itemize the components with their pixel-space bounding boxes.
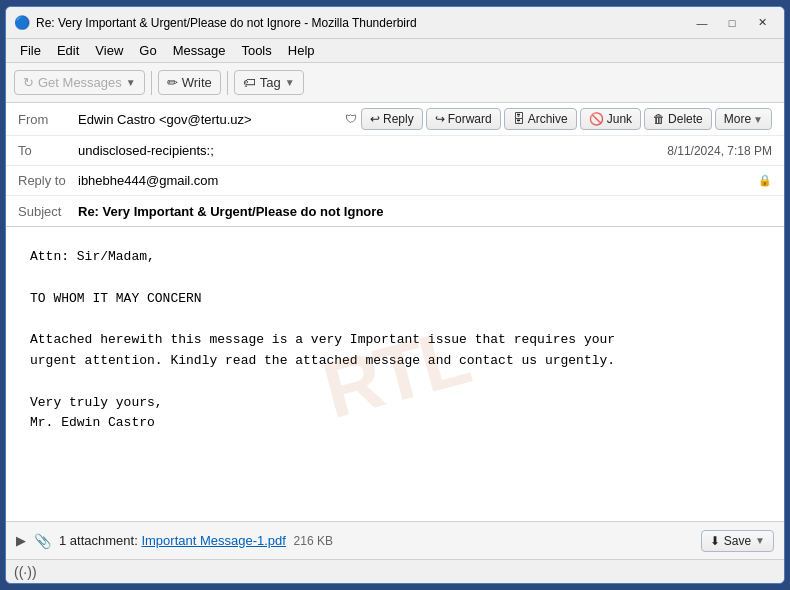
toolbar-separator-2 bbox=[227, 71, 228, 95]
get-messages-button[interactable]: ↻ Get Messages ▼ bbox=[14, 70, 145, 95]
toolbar-separator-1 bbox=[151, 71, 152, 95]
email-header: From Edwin Castro <gov@tertu.uz> 🛡 ↩ Rep… bbox=[6, 103, 784, 227]
tag-dropdown-icon[interactable]: ▼ bbox=[285, 77, 295, 88]
delete-icon: 🗑 bbox=[653, 112, 665, 126]
title-bar: 🔵 Re: Very Important & Urgent/Please do … bbox=[6, 7, 784, 39]
menu-message[interactable]: Message bbox=[165, 41, 234, 60]
menu-view[interactable]: View bbox=[87, 41, 131, 60]
reply-to-label: Reply to bbox=[18, 173, 78, 188]
subject-row: Subject Re: Very Important & Urgent/Plea… bbox=[6, 196, 784, 226]
to-value: undisclosed-recipients:; bbox=[78, 143, 667, 158]
reply-button[interactable]: ↩ Reply bbox=[361, 108, 423, 130]
subject-label: Subject bbox=[18, 204, 78, 219]
more-dropdown-icon: ▼ bbox=[753, 114, 763, 125]
junk-icon: 🚫 bbox=[589, 112, 604, 126]
from-label: From bbox=[18, 112, 78, 127]
reply-to-row: Reply to ibhebhe444@gmail.com 🔒 bbox=[6, 166, 784, 196]
menu-edit[interactable]: Edit bbox=[49, 41, 87, 60]
attachment-expand-icon[interactable]: ▶ bbox=[16, 533, 26, 548]
from-row-inner: Edwin Castro <gov@tertu.uz> 🛡 ↩ Reply ↪ … bbox=[78, 108, 772, 130]
email-body: RTL Attn: Sir/Madam, TO WHOM IT MAY CONC… bbox=[6, 227, 784, 521]
junk-button[interactable]: 🚫 Junk bbox=[580, 108, 641, 130]
attachment-info: 1 attachment: Important Message-1.pdf 21… bbox=[59, 533, 693, 548]
menu-tools[interactable]: Tools bbox=[233, 41, 279, 60]
email-date: 8/11/2024, 7:18 PM bbox=[667, 144, 772, 158]
to-row: To undisclosed-recipients:; 8/11/2024, 7… bbox=[6, 136, 784, 166]
tag-icon: 🏷 bbox=[243, 75, 256, 90]
get-messages-icon: ↻ bbox=[23, 75, 34, 90]
reply-to-value: ibhebhe444@gmail.com bbox=[78, 173, 754, 188]
forward-button[interactable]: ↪ Forward bbox=[426, 108, 501, 130]
status-bar: ((·)) bbox=[6, 559, 784, 583]
write-icon: ✏ bbox=[167, 75, 178, 90]
wifi-icon: ((·)) bbox=[14, 564, 37, 580]
window-title: Re: Very Important & Urgent/Please do no… bbox=[36, 16, 688, 30]
from-value: Edwin Castro <gov@tertu.uz> bbox=[78, 112, 345, 127]
save-dropdown-icon[interactable]: ▼ bbox=[755, 535, 765, 546]
forward-icon: ↪ bbox=[435, 112, 445, 126]
menu-go[interactable]: Go bbox=[131, 41, 164, 60]
delete-button[interactable]: 🗑 Delete bbox=[644, 108, 712, 130]
minimize-button[interactable]: — bbox=[688, 13, 716, 33]
window-controls: — □ ✕ bbox=[688, 13, 776, 33]
menu-help[interactable]: Help bbox=[280, 41, 323, 60]
menu-bar: File Edit View Go Message Tools Help bbox=[6, 39, 784, 63]
save-attachment-button[interactable]: ⬇ Save ▼ bbox=[701, 530, 774, 552]
get-messages-dropdown-icon[interactable]: ▼ bbox=[126, 77, 136, 88]
close-button[interactable]: ✕ bbox=[748, 13, 776, 33]
menu-file[interactable]: File bbox=[12, 41, 49, 60]
archive-icon: 🗄 bbox=[513, 112, 525, 126]
toolbar: ↻ Get Messages ▼ ✏ Write 🏷 Tag ▼ bbox=[6, 63, 784, 103]
action-buttons: ↩ Reply ↪ Forward 🗄 Archive 🚫 Junk bbox=[361, 108, 772, 130]
save-icon: ⬇ bbox=[710, 534, 720, 548]
attachment-size: 216 KB bbox=[294, 534, 333, 548]
maximize-button[interactable]: □ bbox=[718, 13, 746, 33]
reply-icon: ↩ bbox=[370, 112, 380, 126]
email-content: Attn: Sir/Madam, TO WHOM IT MAY CONCERN … bbox=[30, 247, 760, 434]
paperclip-icon: 📎 bbox=[34, 533, 51, 549]
tag-button[interactable]: 🏷 Tag ▼ bbox=[234, 70, 304, 95]
main-window: 🔵 Re: Very Important & Urgent/Please do … bbox=[5, 6, 785, 584]
more-button[interactable]: More ▼ bbox=[715, 108, 772, 130]
from-row: From Edwin Castro <gov@tertu.uz> 🛡 ↩ Rep… bbox=[6, 103, 784, 136]
attachment-bar: ▶ 📎 1 attachment: Important Message-1.pd… bbox=[6, 521, 784, 559]
archive-button[interactable]: 🗄 Archive bbox=[504, 108, 577, 130]
security-icon: 🛡 bbox=[345, 112, 357, 126]
app-icon: 🔵 bbox=[14, 15, 30, 31]
subject-value: Re: Very Important & Urgent/Please do no… bbox=[78, 204, 772, 219]
reply-to-security-icon: 🔒 bbox=[758, 174, 772, 187]
write-button[interactable]: ✏ Write bbox=[158, 70, 221, 95]
to-label: To bbox=[18, 143, 78, 158]
